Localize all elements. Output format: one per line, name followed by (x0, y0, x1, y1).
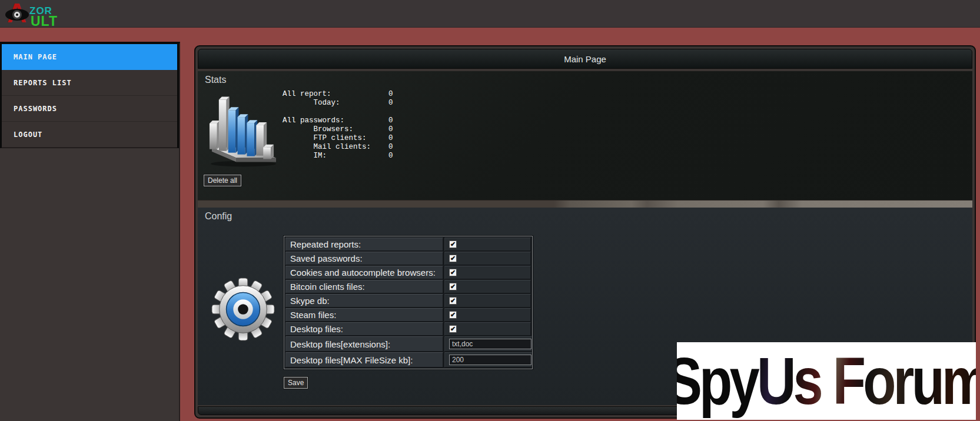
sidebar-item-reports-list[interactable]: REPORTS LIST (2, 70, 177, 96)
input-desktop-files-extensions[interactable] (449, 339, 531, 349)
config-label: Desktop files[MAX FileSize kb]: (285, 352, 443, 367)
config-label: Desktop files[extensions]: (285, 336, 443, 352)
checkbox-cookies-and-autocomplete-browsers[interactable]: ✔ (449, 269, 457, 276)
config-control-cell: ✔ (444, 280, 531, 293)
config-label: Desktop files: (285, 322, 443, 336)
config-control-cell (444, 336, 532, 352)
checkbox-repeated-reports[interactable]: ✔ (449, 240, 457, 248)
sidebar-item-passwords[interactable]: PASSWORDS (2, 96, 177, 122)
gear-icon (211, 277, 275, 342)
checkbox-bitcoin-clients-files[interactable]: ✔ (449, 283, 457, 290)
eye-pupil (16, 14, 18, 16)
config-control-cell: ✔ (444, 294, 531, 308)
azorult-logo: A ZOR ULT (5, 0, 75, 28)
input-desktop-files-max-filesize-kb[interactable] (449, 355, 531, 365)
page-title: Main Page (564, 54, 606, 64)
config-label: Steam files: (285, 308, 443, 322)
config-heading: Config (205, 211, 232, 222)
config-label: Skype db: (285, 294, 443, 308)
config-row-repeated-reports: Repeated reports:✔ (285, 238, 531, 251)
logo-text-ult: ULT (31, 14, 58, 29)
checkbox-skype-db[interactable]: ✔ (449, 297, 457, 305)
config-control-cell: ✔ (444, 238, 531, 251)
eye-icon (5, 9, 29, 21)
stats-readout: All report: 0 Today: 0 All passwords: 0 … (283, 90, 393, 161)
section-separator (198, 200, 972, 208)
sidebar: MAIN PAGEREPORTS LISTPASSWORDSLOGOUT (0, 42, 180, 421)
config-control-cell (444, 352, 532, 367)
checkbox-steam-files[interactable]: ✔ (449, 311, 457, 319)
config-control-cell: ✔ (444, 322, 531, 336)
config-row-desktop-files: Desktop files:✔ (285, 322, 531, 336)
config-control-cell: ✔ (444, 308, 531, 322)
config-label: Cookies and autocomplete browsers: (285, 266, 443, 279)
config-row-bitcoin-clients-files: Bitcoin clients files:✔ (285, 280, 531, 293)
eye-iris (12, 10, 22, 19)
config-control-cell: ✔ (444, 252, 531, 265)
checkbox-saved-passwords[interactable]: ✔ (449, 255, 457, 262)
sidebar-menu: MAIN PAGEREPORTS LISTPASSWORDSLOGOUT (0, 44, 179, 148)
config-row-desktop-files-extensions: Desktop files[extensions]: (285, 336, 531, 352)
config-row-saved-passwords: Saved passwords:✔ (285, 252, 531, 265)
config-label: Repeated reports: (285, 238, 443, 251)
config-row-steam-files: Steam files:✔ (285, 308, 531, 322)
config-row-cookies-and-autocomplete-browsers: Cookies and autocomplete browsers:✔ (285, 266, 531, 279)
config-label: Bitcoin clients files: (285, 280, 443, 293)
config-label: Saved passwords: (285, 252, 443, 265)
panel-title-bar: Main Page (198, 49, 972, 69)
top-header-bar: A ZOR ULT (0, 0, 980, 28)
config-control-cell: ✔ (444, 266, 531, 279)
config-table: Repeated reports:✔Saved passwords:✔Cooki… (284, 236, 533, 369)
bar-chart-3d-icon (206, 91, 279, 168)
stats-heading: Stats (205, 75, 226, 85)
config-row-skype-db: Skype db:✔ (285, 294, 531, 308)
sidebar-item-logout[interactable]: LOGOUT (2, 122, 177, 148)
checkbox-desktop-files[interactable]: ✔ (449, 325, 457, 333)
delete-all-button[interactable]: Delete all (204, 175, 241, 186)
watermark-text: SpyUs Forum (677, 343, 976, 420)
sidebar-item-main-page[interactable]: MAIN PAGE (2, 44, 177, 70)
config-row-desktop-files-max-filesize-kb: Desktop files[MAX FileSize kb]: (285, 352, 531, 367)
save-button[interactable]: Save (284, 377, 308, 389)
stats-section: Stats All report: 0 T (198, 71, 972, 200)
spyus-forum-watermark: SpyUs Forum (677, 342, 976, 420)
